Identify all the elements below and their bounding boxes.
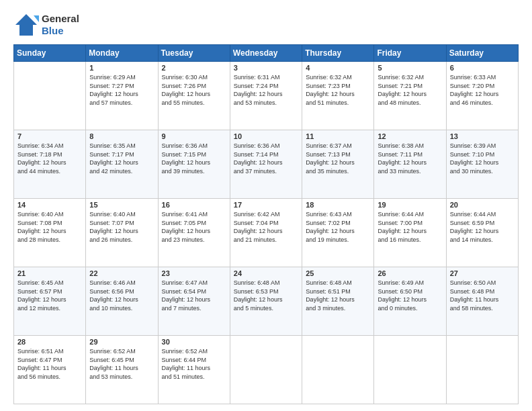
day-info: Sunrise: 6:50 AM Sunset: 6:48 PM Dayligh… (450, 279, 515, 312)
calendar-cell: 8Sunrise: 6:35 AM Sunset: 7:17 PM Daylig… (86, 130, 158, 199)
calendar-cell: 20Sunrise: 6:44 AM Sunset: 6:59 PM Dayli… (446, 199, 518, 267)
day-number: 19 (378, 201, 442, 209)
day-number: 28 (17, 338, 82, 346)
day-info: Sunrise: 6:44 AM Sunset: 6:59 PM Dayligh… (450, 210, 515, 244)
calendar-cell: 2Sunrise: 6:30 AM Sunset: 7:26 PM Daylig… (158, 62, 230, 130)
day-number: 9 (162, 132, 226, 140)
calendar-table: SundayMondayTuesdayWednesdayThursdayFrid… (13, 44, 519, 404)
calendar-cell: 25Sunrise: 6:48 AM Sunset: 6:51 PM Dayli… (302, 267, 374, 336)
day-number: 13 (450, 132, 515, 140)
day-number: 23 (162, 269, 226, 277)
calendar-cell: 12Sunrise: 6:38 AM Sunset: 7:11 PM Dayli… (374, 130, 446, 199)
day-header-saturday: Saturday (446, 45, 518, 62)
day-number: 4 (306, 64, 370, 72)
logo: General Blue (13, 12, 79, 38)
day-info: Sunrise: 6:36 AM Sunset: 7:15 PM Dayligh… (162, 142, 226, 175)
calendar-cell: 1Sunrise: 6:29 AM Sunset: 7:27 PM Daylig… (86, 62, 158, 130)
day-info: Sunrise: 6:42 AM Sunset: 7:04 PM Dayligh… (234, 210, 298, 244)
day-info: Sunrise: 6:49 AM Sunset: 6:50 PM Dayligh… (378, 279, 442, 312)
calendar-cell: 13Sunrise: 6:39 AM Sunset: 7:10 PM Dayli… (446, 130, 518, 199)
day-info: Sunrise: 6:35 AM Sunset: 7:17 PM Dayligh… (89, 142, 154, 175)
calendar-cell: 19Sunrise: 6:44 AM Sunset: 7:00 PM Dayli… (374, 199, 446, 267)
calendar-cell: 30Sunrise: 6:52 AM Sunset: 6:44 PM Dayli… (158, 336, 230, 404)
day-header-sunday: Sunday (14, 45, 86, 62)
day-number: 16 (162, 201, 226, 209)
calendar-cell: 27Sunrise: 6:50 AM Sunset: 6:48 PM Dayli… (446, 267, 518, 336)
calendar-cell (14, 62, 86, 130)
calendar-cell: 3Sunrise: 6:31 AM Sunset: 7:24 PM Daylig… (230, 62, 302, 130)
day-info: Sunrise: 6:32 AM Sunset: 7:23 PM Dayligh… (306, 73, 370, 107)
day-info: Sunrise: 6:33 AM Sunset: 7:20 PM Dayligh… (450, 73, 515, 107)
calendar-cell: 24Sunrise: 6:48 AM Sunset: 6:53 PM Dayli… (230, 267, 302, 336)
calendar-cell: 17Sunrise: 6:42 AM Sunset: 7:04 PM Dayli… (230, 199, 302, 267)
day-info: Sunrise: 6:29 AM Sunset: 7:27 PM Dayligh… (89, 73, 154, 107)
calendar-cell: 23Sunrise: 6:47 AM Sunset: 6:54 PM Dayli… (158, 267, 230, 336)
day-info: Sunrise: 6:34 AM Sunset: 7:18 PM Dayligh… (17, 142, 82, 175)
page: General Blue SundayMondayTuesdayWednesda… (0, 0, 532, 411)
day-info: Sunrise: 6:44 AM Sunset: 7:00 PM Dayligh… (378, 210, 442, 244)
calendar-cell (374, 336, 446, 404)
day-number: 18 (306, 201, 370, 209)
week-row-1: 1Sunrise: 6:29 AM Sunset: 7:27 PM Daylig… (14, 62, 519, 130)
day-header-tuesday: Tuesday (158, 45, 230, 62)
calendar-header-row: SundayMondayTuesdayWednesdayThursdayFrid… (14, 45, 519, 62)
day-number: 6 (450, 64, 515, 72)
day-number: 29 (89, 338, 154, 346)
day-header-monday: Monday (86, 45, 158, 62)
day-number: 15 (89, 201, 154, 209)
logo-svg (13, 12, 39, 38)
day-info: Sunrise: 6:37 AM Sunset: 7:13 PM Dayligh… (306, 142, 370, 175)
day-number: 24 (234, 269, 298, 277)
day-info: Sunrise: 6:30 AM Sunset: 7:26 PM Dayligh… (162, 73, 226, 107)
day-info: Sunrise: 6:40 AM Sunset: 7:08 PM Dayligh… (17, 210, 82, 244)
day-info: Sunrise: 6:51 AM Sunset: 6:47 PM Dayligh… (17, 347, 82, 381)
day-info: Sunrise: 6:48 AM Sunset: 6:53 PM Dayligh… (234, 279, 298, 312)
day-header-wednesday: Wednesday (230, 45, 302, 62)
calendar-cell: 29Sunrise: 6:52 AM Sunset: 6:45 PM Dayli… (86, 336, 158, 404)
week-row-2: 7Sunrise: 6:34 AM Sunset: 7:18 PM Daylig… (14, 130, 519, 199)
calendar-cell: 5Sunrise: 6:32 AM Sunset: 7:21 PM Daylig… (374, 62, 446, 130)
calendar-cell (230, 336, 302, 404)
day-info: Sunrise: 6:38 AM Sunset: 7:11 PM Dayligh… (378, 142, 442, 175)
header: General Blue (13, 12, 519, 38)
day-info: Sunrise: 6:45 AM Sunset: 6:57 PM Dayligh… (17, 279, 82, 312)
day-header-thursday: Thursday (302, 45, 374, 62)
calendar-cell: 6Sunrise: 6:33 AM Sunset: 7:20 PM Daylig… (446, 62, 518, 130)
day-number: 8 (89, 132, 154, 140)
day-number: 21 (17, 269, 82, 277)
day-info: Sunrise: 6:31 AM Sunset: 7:24 PM Dayligh… (234, 73, 298, 107)
day-number: 20 (450, 201, 515, 209)
calendar-cell: 21Sunrise: 6:45 AM Sunset: 6:57 PM Dayli… (14, 267, 86, 336)
day-info: Sunrise: 6:41 AM Sunset: 7:05 PM Dayligh… (162, 210, 226, 244)
day-info: Sunrise: 6:46 AM Sunset: 6:56 PM Dayligh… (89, 279, 154, 312)
calendar-cell: 15Sunrise: 6:40 AM Sunset: 7:07 PM Dayli… (86, 199, 158, 267)
calendar-cell: 28Sunrise: 6:51 AM Sunset: 6:47 PM Dayli… (14, 336, 86, 404)
day-number: 30 (162, 338, 226, 346)
day-number: 7 (17, 132, 82, 140)
day-info: Sunrise: 6:47 AM Sunset: 6:54 PM Dayligh… (162, 279, 226, 312)
week-row-4: 21Sunrise: 6:45 AM Sunset: 6:57 PM Dayli… (14, 267, 519, 336)
day-info: Sunrise: 6:39 AM Sunset: 7:10 PM Dayligh… (450, 142, 515, 175)
day-info: Sunrise: 6:52 AM Sunset: 6:44 PM Dayligh… (162, 347, 226, 381)
calendar-cell (302, 336, 374, 404)
calendar-cell: 9Sunrise: 6:36 AM Sunset: 7:15 PM Daylig… (158, 130, 230, 199)
day-number: 2 (162, 64, 226, 72)
svg-marker-0 (15, 14, 37, 36)
week-row-5: 28Sunrise: 6:51 AM Sunset: 6:47 PM Dayli… (14, 336, 519, 404)
calendar-cell: 14Sunrise: 6:40 AM Sunset: 7:08 PM Dayli… (14, 199, 86, 267)
day-number: 17 (234, 201, 298, 209)
calendar-cell (446, 336, 518, 404)
day-info: Sunrise: 6:40 AM Sunset: 7:07 PM Dayligh… (89, 210, 154, 244)
logo-text: General Blue (42, 13, 79, 37)
calendar-cell: 22Sunrise: 6:46 AM Sunset: 6:56 PM Dayli… (86, 267, 158, 336)
day-number: 22 (89, 269, 154, 277)
calendar-cell: 26Sunrise: 6:49 AM Sunset: 6:50 PM Dayli… (374, 267, 446, 336)
svg-marker-1 (34, 15, 39, 22)
calendar-cell: 4Sunrise: 6:32 AM Sunset: 7:23 PM Daylig… (302, 62, 374, 130)
day-number: 5 (378, 64, 442, 72)
calendar-cell: 16Sunrise: 6:41 AM Sunset: 7:05 PM Dayli… (158, 199, 230, 267)
day-number: 1 (89, 64, 154, 72)
day-header-friday: Friday (374, 45, 446, 62)
calendar-cell: 11Sunrise: 6:37 AM Sunset: 7:13 PM Dayli… (302, 130, 374, 199)
day-number: 27 (450, 269, 515, 277)
